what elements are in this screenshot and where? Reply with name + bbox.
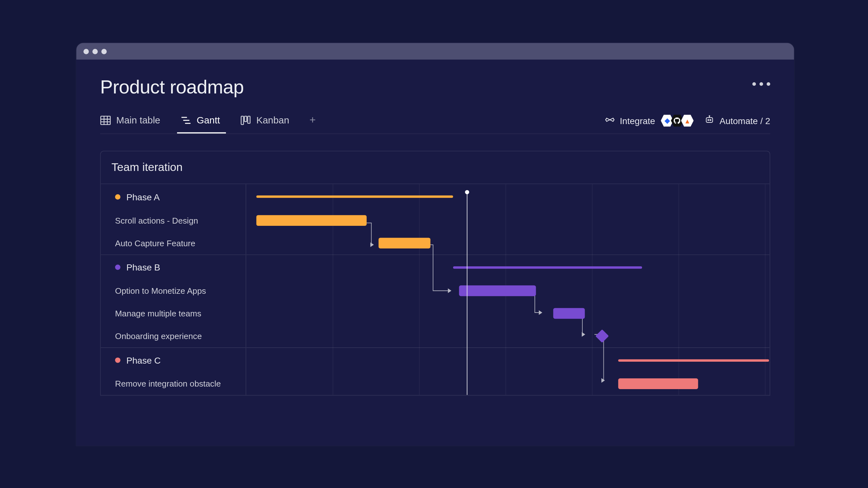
phase-label: Phase C xyxy=(126,355,161,365)
svg-point-15 xyxy=(710,120,711,121)
integrate-label: Integrate xyxy=(620,116,655,126)
gantt-task-list: Phase AScroll actions - DesignAuto Captu… xyxy=(101,184,246,395)
task-bar[interactable] xyxy=(618,378,698,389)
tab-main-table[interactable]: Main table xyxy=(100,115,160,133)
app-window: Product roadmap Main table xyxy=(76,43,794,446)
gantt-timeline[interactable] xyxy=(246,184,770,395)
task-row[interactable]: Manage multiple teams xyxy=(101,302,246,325)
tab-label: Main table xyxy=(116,115,160,126)
gitlab-icon: ▲ xyxy=(681,114,694,127)
task-row[interactable]: Remove integration obstacle xyxy=(101,372,246,395)
task-label: Manage multiple teams xyxy=(115,309,202,318)
task-label: Auto Capture Feature xyxy=(115,238,196,248)
svg-rect-0 xyxy=(101,116,111,124)
add-view-button[interactable]: + xyxy=(310,114,316,134)
robot-icon xyxy=(705,115,714,126)
task-bar[interactable] xyxy=(256,215,366,226)
window-control-close[interactable] xyxy=(84,48,89,54)
window-titlebar xyxy=(76,43,794,60)
phase-row[interactable]: Phase C xyxy=(101,347,246,372)
panel-title: Team iteration xyxy=(101,152,770,184)
phase-dot-icon xyxy=(115,194,121,199)
phase-dot-icon xyxy=(115,358,121,363)
integrate-button[interactable]: Integrate ◆ ▲ xyxy=(605,114,694,127)
window-control-zoom[interactable] xyxy=(101,48,107,54)
svg-rect-8 xyxy=(241,116,244,124)
view-tabs-bar: Main table Gantt Kanban + xyxy=(100,114,770,134)
task-bar[interactable] xyxy=(553,308,585,319)
svg-point-17 xyxy=(709,116,710,117)
integrate-icon xyxy=(605,115,615,126)
more-menu-button[interactable] xyxy=(752,82,770,86)
task-row[interactable]: Scroll actions - Design xyxy=(101,209,246,232)
phase-label: Phase A xyxy=(126,192,160,202)
task-label: Option to Monetize Apps xyxy=(115,286,206,296)
tab-label: Kanban xyxy=(256,115,289,126)
tab-label: Gantt xyxy=(196,115,220,126)
tab-kanban[interactable]: Kanban xyxy=(240,115,289,133)
phase-label: Phase B xyxy=(126,262,160,272)
svg-rect-10 xyxy=(248,116,250,123)
automate-button[interactable]: Automate / 2 xyxy=(705,115,770,126)
gantt-icon xyxy=(181,115,191,126)
today-line xyxy=(467,191,467,395)
page-title: Product roadmap xyxy=(100,76,770,98)
phase-dot-icon xyxy=(115,264,121,270)
svg-rect-9 xyxy=(244,116,247,121)
phase-row[interactable]: Phase A xyxy=(101,184,246,209)
today-marker-icon xyxy=(465,190,469,194)
task-row[interactable]: Onboarding experience xyxy=(101,325,246,347)
automate-label: Automate / 2 xyxy=(720,116,770,126)
phase-summary-bar[interactable] xyxy=(256,196,453,198)
gantt-panel: Team iteration Phase AScroll actions - D… xyxy=(100,151,770,396)
task-bar[interactable] xyxy=(459,286,536,296)
phase-summary-bar[interactable] xyxy=(618,359,769,361)
milestone-marker[interactable] xyxy=(595,329,609,343)
kanban-icon xyxy=(240,115,251,126)
phase-row[interactable]: Phase B xyxy=(101,255,246,280)
task-label: Remove integration obstacle xyxy=(115,379,221,389)
table-icon xyxy=(100,115,111,126)
task-label: Onboarding experience xyxy=(115,331,202,341)
task-row[interactable]: Option to Monetize Apps xyxy=(101,280,246,302)
task-row[interactable]: Auto Capture Feature xyxy=(101,232,246,255)
task-bar[interactable] xyxy=(378,238,431,249)
svg-rect-13 xyxy=(706,118,713,123)
svg-point-14 xyxy=(708,120,709,121)
phase-summary-bar[interactable] xyxy=(453,266,642,268)
tab-gantt[interactable]: Gantt xyxy=(181,115,220,133)
task-label: Scroll actions - Design xyxy=(115,216,198,225)
window-control-minimize[interactable] xyxy=(93,48,98,54)
integration-stack: ◆ ▲ xyxy=(660,114,694,127)
